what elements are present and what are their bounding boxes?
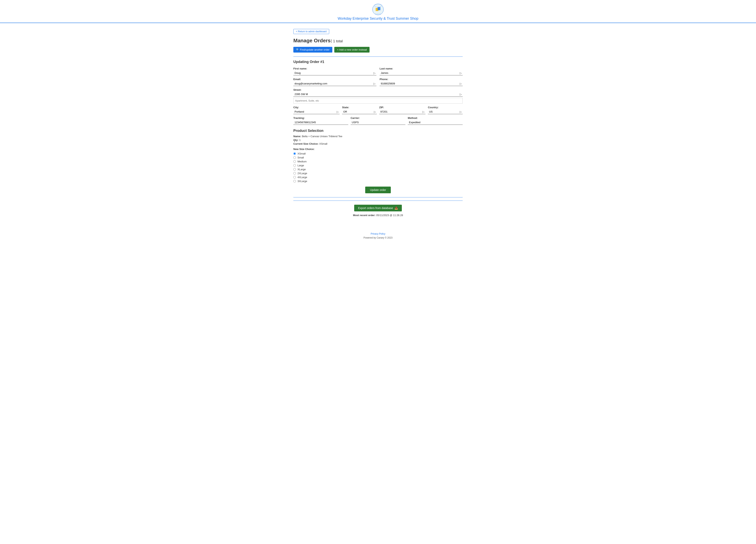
size-option-2xlarge[interactable]: 2XLarge [293, 172, 463, 175]
first-name-label: First name: [293, 67, 376, 70]
page-footer: Privacy Policy Powered by Canary © 2023 [0, 227, 756, 242]
phone-label: Phone: [380, 78, 463, 81]
street-label: Street: [293, 88, 463, 91]
most-recent-label: Most recent order: [353, 214, 375, 217]
street-input-wrapper: ▷ [293, 92, 463, 97]
city-group: City: ▷ [293, 106, 340, 114]
name-row: First name: ▷ Last name: ▷ [293, 67, 463, 75]
last-name-icon: ▷ [460, 71, 462, 75]
page-heading: Manage Orders: 1 total [293, 38, 463, 44]
product-qty: Qty: 1 [293, 139, 463, 142]
first-name-group: First name: ▷ [293, 67, 376, 75]
back-button[interactable]: < Return to admin dashboard [293, 29, 329, 34]
update-order-form: Updating Order #1 First name: ▷ Last nam… [293, 60, 463, 125]
tracking-group: Tracking: [293, 117, 348, 125]
state-input[interactable] [342, 109, 377, 114]
product-name: Name: Bella + Canvas Unisex Triblend Tee [293, 135, 463, 138]
find-update-button[interactable]: 🔍 Find/update another order [293, 47, 332, 53]
size-radio-3xlarge[interactable] [293, 180, 296, 182]
phone-input[interactable] [380, 81, 463, 86]
street-input[interactable] [293, 92, 463, 97]
email-label: Email: [293, 78, 376, 81]
size-option-xlarge[interactable]: XLarge [293, 168, 463, 171]
last-name-input[interactable] [380, 71, 463, 75]
size-option-medium[interactable]: Medium [293, 160, 463, 163]
action-buttons-row: 🔍 Find/update another order + Add a new … [293, 47, 463, 53]
size-option-3xlarge[interactable]: 3XLarge [293, 180, 463, 183]
state-icon: ▷ [374, 110, 376, 113]
size-option-large[interactable]: Large [293, 164, 463, 167]
product-name-label: Name: [293, 135, 301, 138]
export-icon: 📤 [395, 206, 398, 210]
svg-text:Security & Trust: Security & Trust [375, 13, 381, 14]
update-order-button[interactable]: Update order [365, 187, 391, 193]
main-content: < Return to admin dashboard Manage Order… [289, 23, 467, 227]
last-name-group: Last name: ▷ [380, 67, 463, 75]
powered-by: Powered by Canary © 2023 [363, 236, 393, 239]
size-radio-xlarge[interactable] [293, 168, 296, 171]
most-recent-value: 05/11/2023 @ 11:28.28 [376, 214, 403, 217]
size-option-4xlarge[interactable]: 4XLarge [293, 176, 463, 179]
city-state-zip-country-row: City: ▷ State: ▷ ZIP: ▷ [293, 106, 463, 114]
size-radio-small[interactable] [293, 156, 296, 159]
city-input[interactable] [293, 109, 340, 114]
first-name-input-wrapper: ▷ [293, 71, 376, 75]
export-button-wrapper: Export orders from database 📤 [293, 205, 463, 214]
update-row: Update order [293, 187, 463, 193]
form-section-title: Updating Order #1 [293, 60, 463, 64]
country-input[interactable] [428, 109, 463, 114]
state-label: State: [342, 106, 377, 109]
product-current-size: Current Size Choice: XSmall [293, 142, 463, 145]
product-section-title: Product Selection [293, 129, 463, 133]
size-option-xsmall[interactable]: XSmall [293, 152, 463, 155]
zip-input[interactable] [379, 109, 425, 114]
size-radio-4xlarge[interactable] [293, 176, 296, 179]
footer-section: Export orders from database 📤 Most recen… [293, 201, 463, 221]
zip-group: ZIP: ▷ [379, 106, 425, 114]
phone-group: Phone: ▷ [380, 78, 463, 86]
first-name-icon: ▷ [373, 71, 376, 75]
order-total: 1 total [333, 39, 343, 43]
tracking-input[interactable] [293, 120, 348, 125]
site-header: Security & Trust Workday Enterprise Secu… [0, 0, 756, 23]
add-order-button[interactable]: + Add a new order instead [334, 47, 370, 53]
carrier-input[interactable] [351, 120, 406, 125]
product-selection-section: Product Selection Name: Bella + Canvas U… [293, 129, 463, 183]
size-radio-medium[interactable] [293, 160, 296, 163]
email-input[interactable] [293, 81, 376, 86]
first-name-input[interactable] [293, 71, 376, 75]
phone-input-wrapper: ▷ [380, 81, 463, 86]
product-qty-value: 1 [299, 139, 301, 142]
city-label: City: [293, 106, 340, 109]
current-size-value: XSmall [319, 142, 327, 145]
country-input-wrapper: ▷ [428, 109, 463, 114]
size-option-small[interactable]: Small [293, 156, 463, 159]
section-divider [293, 56, 463, 57]
size-radio-large[interactable] [293, 164, 296, 167]
apt-input[interactable] [293, 98, 463, 104]
method-input[interactable] [408, 120, 463, 125]
state-group: State: ▷ [342, 106, 377, 114]
size-radio-xsmall[interactable] [293, 152, 296, 155]
export-button[interactable]: Export orders from database 📤 [354, 205, 402, 211]
new-size-label: New Size Choice: [293, 148, 463, 151]
product-name-value: Bella + Canvas Unisex Triblend Tee [302, 135, 342, 138]
country-label: Country: [428, 106, 463, 109]
current-size-label: Current Size Choice: [293, 142, 319, 145]
email-icon: ▷ [373, 82, 376, 85]
zip-input-wrapper: ▷ [379, 109, 425, 114]
zip-label: ZIP: [379, 106, 425, 109]
country-group: Country: ▷ [428, 106, 463, 114]
method-label: Method: [408, 117, 463, 119]
product-qty-label: Qty: [293, 139, 298, 142]
street-group: Street: ▷ [293, 88, 463, 104]
tracking-label: Tracking: [293, 117, 348, 119]
last-name-label: Last name: [380, 67, 463, 70]
carrier-group: Carrier: [351, 117, 406, 125]
tracking-row: Tracking: Carrier: Method: [293, 117, 463, 125]
most-recent-order: Most recent order: 05/11/2023 @ 11:28.28 [293, 214, 463, 217]
email-input-wrapper: ▷ [293, 81, 376, 86]
privacy-link[interactable]: Privacy Policy [0, 232, 756, 235]
export-label: Export orders from database [358, 206, 393, 210]
size-radio-2xlarge[interactable] [293, 172, 296, 175]
